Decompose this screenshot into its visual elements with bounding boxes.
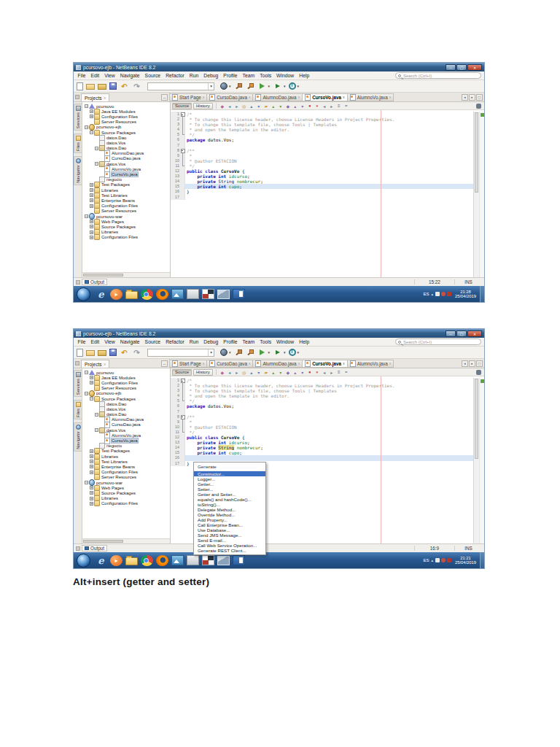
editor-scrollbar[interactable] [473, 378, 479, 543]
generate-menu-item-delegate-method[interactable]: Delegate Method... [194, 507, 265, 512]
firefox-icon[interactable] [156, 289, 168, 300]
menu-item-debug[interactable]: Debug [201, 73, 221, 78]
shift-left-icon[interactable]: ◂ [322, 103, 327, 109]
dropdown-caret-icon[interactable]: ▾ [284, 84, 286, 88]
generate-menu-item-logger[interactable]: Logger... [194, 476, 265, 481]
menu-item-tools[interactable]: Tools [257, 73, 274, 78]
build-icon[interactable] [234, 348, 243, 357]
side-tab-files[interactable]: Files [74, 400, 82, 419]
code-line-3[interactable]: 3 * To change this template file, choose… [171, 122, 484, 127]
code-line-3[interactable]: 3 * To change this template file, choose… [171, 388, 484, 393]
expander-icon[interactable]: − [84, 214, 89, 218]
previous-error-icon[interactable]: ● [307, 369, 313, 376]
side-tab-files[interactable]: Files [74, 133, 82, 153]
forward-icon[interactable]: ▸ [234, 369, 240, 376]
editor-tab-alumnovo-java[interactable]: AlumnoVo.javax [348, 360, 394, 368]
find-selection-icon[interactable]: ◎ [241, 369, 247, 376]
chrome-icon[interactable] [141, 555, 153, 566]
file-explorer-icon[interactable] [125, 557, 138, 565]
open-project-icon[interactable] [98, 350, 106, 356]
code-line-1[interactable]: 1/* [171, 112, 484, 117]
netbeans-icon[interactable] [202, 555, 214, 565]
expander-icon[interactable]: + [89, 502, 94, 506]
tree-item-alumnovo-java[interactable]: AlumnoVo.java [82, 433, 170, 438]
tab-scroll-right-button[interactable]: ▸ [469, 360, 475, 367]
tree-item-server-resources[interactable]: Server Resources [82, 209, 170, 214]
tree-item-datos-dao[interactable]: −datos.Dao [82, 146, 170, 151]
uncomment-icon[interactable]: = [343, 103, 349, 109]
menu-item-window[interactable]: Window [274, 73, 297, 78]
next-error-icon[interactable]: ● [314, 103, 320, 109]
menu-item-run[interactable]: Run [187, 73, 201, 78]
menu-item-source[interactable]: Source [142, 73, 163, 78]
side-tab-navigator[interactable]: Navigator [74, 422, 82, 452]
code-line-13[interactable]: 13 private int idcurso; [171, 440, 484, 445]
tree-item-source-packages[interactable]: −Source Packages [82, 130, 170, 135]
tree-item-cursovo-java[interactable]: CursoVo.java [82, 171, 170, 177]
shift-left-icon[interactable]: ◂ [322, 369, 327, 376]
tab-close-icon[interactable]: x [298, 96, 300, 99]
profile-icon[interactable] [289, 82, 296, 90]
menu-item-help[interactable]: Help [297, 73, 312, 78]
panel-minimize-button[interactable]: ─ [161, 94, 168, 101]
expander-icon[interactable]: + [89, 225, 94, 228]
close-button[interactable]: ✕ [467, 330, 482, 337]
run-icon[interactable] [257, 82, 267, 91]
open-project-icon[interactable] [98, 84, 106, 90]
projects-tab[interactable]: Projects x [81, 360, 109, 368]
code-line-12[interactable]: 12public class CursoVo { [171, 169, 484, 174]
expander-icon[interactable]: + [89, 471, 94, 474]
previous-bookmark-icon[interactable]: ▴ [292, 369, 298, 376]
scrollbar-thumb[interactable] [475, 379, 478, 459]
configuration-combo[interactable]: ▾ [147, 349, 214, 357]
tray-expand-icon[interactable]: ▴ [431, 558, 433, 562]
dropdown-caret-icon[interactable]: ▾ [229, 350, 231, 355]
expander-icon[interactable]: + [89, 193, 94, 197]
code-line-1[interactable]: 1/* [171, 378, 484, 383]
code-line-16[interactable]: 16 [171, 455, 484, 460]
tree-item-datos-dao[interactable]: −datos.Dao [82, 412, 170, 417]
comment-icon[interactable]: ≡ [336, 103, 342, 109]
code-line-13[interactable]: 13 private int idcurso; [171, 174, 484, 179]
expander-icon[interactable]: + [89, 236, 94, 239]
expander-icon[interactable]: − [94, 413, 99, 417]
tree-item-cursodao-java[interactable]: CursoDao.java [82, 422, 170, 427]
network-icon[interactable] [435, 558, 440, 562]
code-line-11[interactable]: 11 */ [171, 430, 484, 435]
code-line-16[interactable]: 16} [171, 189, 484, 194]
tab-scroll-left-button[interactable]: ◂ [462, 360, 468, 367]
generate-menu-item-add-property[interactable]: Add Property... [194, 517, 265, 522]
tree-item-datos-dao[interactable]: datos.Dao [82, 401, 170, 406]
generate-menu-item-equals-and-hashcode[interactable]: equals() and hashCode()... [194, 497, 265, 502]
menu-item-file[interactable]: File [75, 339, 88, 344]
previous-error-icon[interactable]: ● [307, 103, 313, 109]
generate-menu-item-send-jms-message[interactable]: Send JMS Message... [194, 533, 265, 538]
code-line-17[interactable]: 17 [171, 195, 484, 200]
undo-icon[interactable] [120, 82, 129, 91]
menu-item-view[interactable]: View [102, 339, 118, 344]
code-area[interactable]: 1/*2 * To change this license header, ch… [171, 110, 484, 277]
code-line-4[interactable]: 4 * and open the template in the editor. [171, 127, 484, 132]
tree-hscrollbar[interactable] [82, 272, 170, 277]
code-line-6[interactable]: 6package datos.Vos; [171, 137, 484, 142]
tab-close-icon[interactable]: x [389, 96, 392, 99]
tree-item-cursovo-java[interactable]: CursoVo.java [82, 438, 170, 443]
editor-tab-cursodao-java[interactable]: CursoDao.javax [207, 93, 253, 101]
side-tab-services[interactable]: Services [74, 370, 82, 397]
find-selection-icon[interactable]: ◎ [241, 103, 247, 109]
toggle-bookmark-icon[interactable]: ◆ [285, 103, 291, 109]
new-project-icon[interactable] [86, 350, 95, 356]
generate-menu-item-call-web-service-operation[interactable]: Call Web Service Operation... [194, 543, 265, 548]
expander-icon[interactable]: + [89, 109, 94, 113]
tree-hscrollbar-thumb[interactable] [83, 274, 123, 276]
find-previous-icon[interactable]: ▴ [249, 369, 254, 376]
expander-icon[interactable]: + [89, 454, 94, 458]
code-line-4[interactable]: 4 * and open the template in the editor. [171, 393, 484, 398]
find-previous-icon[interactable]: ▴ [249, 103, 254, 109]
menu-item-debug[interactable]: Debug [201, 339, 221, 344]
projects-tab[interactable]: Projects x [81, 93, 109, 101]
close-button[interactable]: ✕ [467, 64, 482, 71]
deploy-icon[interactable] [220, 349, 228, 356]
tab-close-icon[interactable]: x [298, 362, 300, 365]
comment-icon[interactable]: ≡ [336, 369, 342, 376]
